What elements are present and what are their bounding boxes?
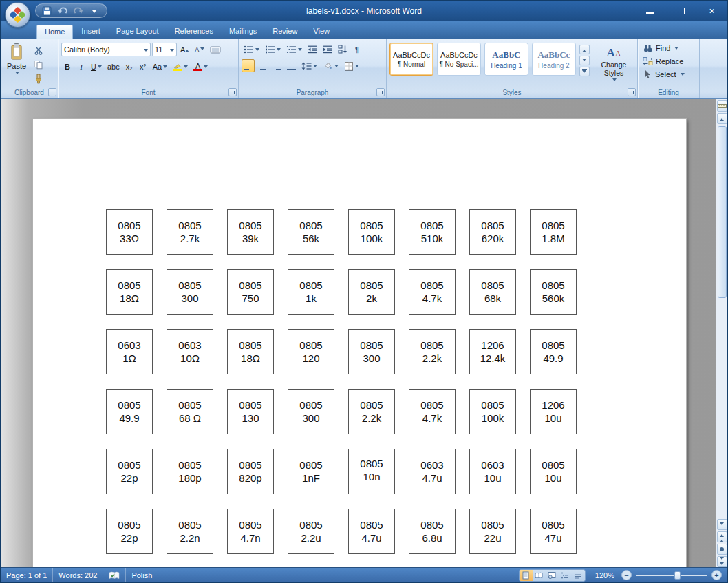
label-cell[interactable]: 060310u [469, 449, 516, 494]
justify-button[interactable] [285, 59, 298, 72]
copy-button[interactable] [31, 58, 45, 71]
style-no-spacing[interactable]: AaBbCcDc ¶ No Spaci... [437, 43, 481, 76]
highlight-color-button[interactable] [171, 60, 190, 73]
zoom-level[interactable]: 120% [591, 571, 619, 580]
align-right-button[interactable] [270, 59, 283, 72]
tab-home[interactable]: Home [36, 25, 73, 39]
label-cell[interactable]: 120612.4k [469, 329, 516, 374]
underline-button[interactable]: U [89, 60, 104, 73]
label-cell[interactable]: 080522p [106, 449, 153, 494]
scroll-down-button[interactable] [717, 519, 727, 530]
label-cell[interactable]: 0805620k [469, 209, 516, 255]
borders-button[interactable] [342, 59, 361, 72]
label-cell[interactable]: 060310Ω [167, 329, 213, 374]
tab-insert[interactable]: Insert [74, 25, 108, 39]
bold-button[interactable]: B [61, 60, 74, 73]
label-cell[interactable]: 0805820p [227, 449, 274, 494]
redo-button[interactable] [72, 5, 85, 17]
show-paragraph-marks-button[interactable]: ¶ [351, 43, 363, 56]
label-cell[interactable]: 080510n [348, 449, 395, 494]
label-cell[interactable]: 080510u [530, 449, 577, 494]
select-button[interactable]: Select [641, 67, 696, 81]
paste-button[interactable]: Paste [3, 42, 30, 85]
label-cell[interactable]: 08051k [288, 269, 334, 315]
label-cell[interactable]: 0805180p [167, 449, 213, 494]
document-page[interactable]: 080533Ω08052.7k080539k080556k0805100k080… [32, 118, 687, 569]
page-indicator[interactable]: Page: 1 of 1 [1, 568, 53, 583]
line-spacing-button[interactable] [299, 59, 319, 72]
font-dialog-launcher[interactable] [228, 88, 237, 96]
tab-mailings[interactable]: Mailings [222, 25, 264, 39]
label-cell[interactable]: 0805300 [167, 269, 213, 315]
label-cell[interactable]: 0805510k [409, 209, 456, 255]
scroll-up-button[interactable] [717, 113, 727, 124]
label-cell[interactable]: 08056.8u [409, 509, 456, 554]
label-cell[interactable]: 080522u [469, 509, 516, 554]
tab-review[interactable]: Review [265, 25, 305, 39]
font-color-button[interactable]: A [191, 60, 210, 73]
styles-gallery-up-button[interactable] [579, 45, 590, 54]
label-cell[interactable]: 120610u [530, 389, 577, 434]
styles-gallery-more-button[interactable] [579, 67, 590, 76]
format-painter-button[interactable] [31, 72, 45, 85]
bullets-button[interactable] [242, 43, 261, 56]
zoom-slider-thumb[interactable] [674, 571, 681, 580]
label-cell[interactable]: 0805120 [288, 329, 334, 374]
view-fullscreen-reading-button[interactable] [533, 570, 546, 581]
view-outline-button[interactable] [559, 570, 572, 581]
label-cell[interactable]: 08052.2k [409, 329, 456, 374]
label-cell[interactable]: 080533Ω [106, 209, 153, 255]
font-size-select[interactable]: 11 [152, 43, 177, 56]
maximize-button[interactable] [665, 1, 696, 21]
styles-dialog-launcher[interactable] [628, 88, 636, 96]
label-cell[interactable]: 0805100k [469, 389, 516, 434]
change-case-button[interactable]: Aa [151, 60, 169, 73]
style-normal[interactable]: AaBbCcDc ¶ Normal [389, 43, 433, 76]
multilevel-list-button[interactable] [284, 43, 304, 56]
font-name-select[interactable]: Calibri (Body) [61, 43, 151, 56]
proofing-status[interactable] [103, 568, 126, 583]
zoom-out-button[interactable]: − [621, 570, 632, 580]
document-area[interactable]: 080533Ω08052.7k080539k080556k0805100k080… [1, 98, 727, 569]
label-cell[interactable]: 0805100k [348, 209, 395, 255]
label-cell[interactable]: 08054.7k [409, 389, 456, 434]
italic-button[interactable]: I [75, 60, 87, 73]
next-page-button[interactable] [717, 556, 727, 567]
label-cell[interactable]: 080549.9 [530, 329, 577, 374]
label-cell[interactable]: 080518Ω [106, 269, 153, 315]
language-indicator[interactable]: Polish [126, 568, 158, 583]
increase-indent-button[interactable] [321, 43, 334, 56]
shrink-font-button[interactable]: A [193, 43, 206, 56]
label-cell[interactable]: 08054.7n [227, 509, 274, 554]
cut-button[interactable] [31, 43, 45, 56]
label-cell[interactable]: 080547u [530, 509, 577, 554]
label-cell[interactable]: 08052.2u [288, 509, 334, 554]
tab-view[interactable]: View [306, 25, 337, 39]
scrollbar-thumb[interactable] [718, 126, 727, 298]
grow-font-button[interactable]: A [178, 43, 191, 56]
customize-quick-access-button[interactable] [88, 5, 100, 17]
label-cell[interactable]: 08051.8M [530, 209, 577, 255]
view-web-layout-button[interactable] [546, 570, 559, 581]
styles-gallery-down-button[interactable] [579, 56, 590, 65]
label-cell[interactable]: 08052.2k [348, 389, 395, 434]
numbering-button[interactable] [263, 43, 283, 56]
clear-formatting-button[interactable] [208, 43, 223, 56]
paragraph-dialog-launcher[interactable] [376, 88, 385, 96]
label-cell[interactable]: 0805560k [530, 269, 577, 315]
label-cell[interactable]: 080549.9 [106, 389, 153, 434]
view-draft-button[interactable] [572, 570, 585, 581]
tab-page-layout[interactable]: Page Layout [109, 25, 167, 39]
label-cell[interactable]: 080556k [288, 209, 334, 255]
label-cell[interactable]: 080568 Ω [167, 389, 213, 434]
close-button[interactable]: × [696, 1, 727, 21]
label-cell[interactable]: 0805300 [348, 329, 395, 374]
zoom-slider[interactable] [636, 570, 707, 581]
word-count[interactable]: Words: 202 [53, 568, 103, 583]
minimize-button[interactable] [634, 1, 665, 21]
label-cell[interactable]: 08054.7k [409, 269, 456, 315]
strikethrough-button[interactable]: abc [105, 60, 122, 73]
label-cell[interactable]: 080568k [469, 269, 516, 315]
select-browse-object-button[interactable] [717, 544, 727, 555]
superscript-button[interactable]: x² [137, 60, 149, 73]
